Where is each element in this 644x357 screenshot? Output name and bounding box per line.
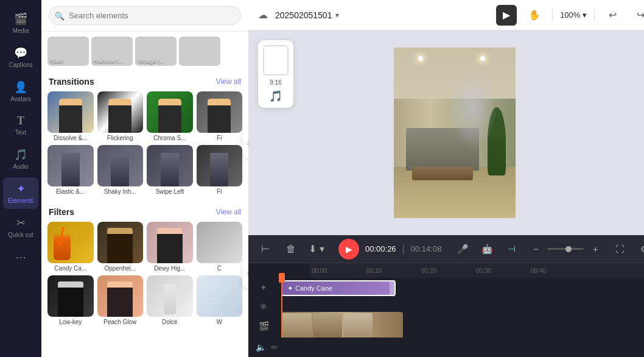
play-button[interactable]: ▶ bbox=[338, 239, 359, 260]
transition-fl[interactable]: Fl bbox=[197, 145, 243, 195]
aspect-ratio-label: 9:16 bbox=[270, 79, 281, 86]
playhead[interactable] bbox=[281, 278, 282, 338]
transition-chroma[interactable]: Chroma S... bbox=[147, 91, 193, 141]
mic-btn[interactable]: 🎤 bbox=[453, 240, 472, 258]
filter-w[interactable]: W bbox=[197, 275, 243, 325]
thumb-extra[interactable] bbox=[179, 37, 220, 66]
settings-btn[interactable]: ⚙ bbox=[635, 240, 644, 258]
text-icon: T bbox=[17, 115, 24, 127]
filter-peach-glow[interactable]: Peach Glow bbox=[97, 275, 144, 325]
timeline-body: ✦ ❄ 🎬 00:00 00:10 00:20 00:30 00:40 bbox=[248, 263, 644, 338]
search-input[interactable] bbox=[49, 6, 241, 25]
elements-panel: 🔍 Flash Rainbow f... Vintage f... Transi… bbox=[41, 0, 248, 357]
clip-candy-label: Candy Cane bbox=[295, 285, 332, 292]
export-btn[interactable]: ⬇ ▾ bbox=[307, 239, 326, 259]
avatars-icon: 👤 bbox=[14, 80, 27, 94]
zoom-level-btn[interactable]: 100% ▾ bbox=[560, 10, 587, 19]
edit-icon[interactable]: ✏ bbox=[271, 342, 278, 352]
track-icons: ✦ ❄ 🎬 bbox=[248, 263, 279, 338]
filter-dewy[interactable]: Dewy Hig... bbox=[147, 222, 193, 272]
project-name: 202502051501 bbox=[275, 10, 332, 20]
zoom-out-btn[interactable]: − bbox=[527, 240, 545, 258]
clip-candy-cane[interactable]: ✦ Candy Cane bbox=[281, 280, 396, 296]
transition-elastic[interactable]: Elastic &... bbox=[47, 145, 94, 195]
redo-btn[interactable]: ↪ bbox=[630, 5, 644, 26]
thumb-flash[interactable]: Flash bbox=[47, 37, 89, 66]
time-divider: | bbox=[402, 244, 405, 255]
filter-dewy-label: Dewy Hig... bbox=[147, 265, 193, 272]
transitions-grid: Dissolve &... Flickering Chroma S... Fi bbox=[41, 91, 248, 195]
main-area: ☁ 202502051501 ▾ ▶ ✋ 100% ▾ ↩ ↪ 9:16 🎵 bbox=[248, 0, 644, 357]
filter-candy-cane[interactable]: Candy Ca... bbox=[47, 222, 94, 272]
transition-dissolve-label: Dissolve &... bbox=[47, 135, 94, 141]
zoom-dropdown-icon: ▾ bbox=[583, 10, 587, 19]
filters-title: Filters bbox=[49, 207, 74, 217]
transition-fl-label: Fl bbox=[197, 188, 243, 195]
thumb-flash-label: Flash bbox=[50, 58, 63, 64]
sidebar-item-audio[interactable]: 🎵 Audio bbox=[3, 143, 38, 175]
zoom-thumb bbox=[565, 246, 572, 252]
track-icon-video: 🎬 bbox=[248, 317, 279, 335]
tracks-content: 00:00 00:10 00:20 00:30 00:40 ✦ bbox=[279, 263, 644, 338]
sidebar-item-media[interactable]: 🎬 Media bbox=[3, 7, 38, 39]
thumb-rainbow[interactable]: Rainbow f... bbox=[91, 37, 133, 66]
transition-flickering[interactable]: Flickering bbox=[97, 91, 144, 141]
transition-dissolve[interactable]: Dissolve &... bbox=[47, 91, 94, 141]
clip-end-handle[interactable] bbox=[390, 281, 394, 295]
zoom-value: 100% bbox=[560, 10, 580, 19]
timeline-toolbar: ⊢ 🗑 ⬇ ▾ ▶ 00:00:26 | 00:14:08 🎤 🤖 ⊣ − + … bbox=[248, 235, 644, 263]
transition-swipe[interactable]: Swipe Left bbox=[147, 145, 193, 195]
transition-swipe-label: Swipe Left bbox=[147, 188, 193, 195]
filter-oppenheimer[interactable]: Oppenhei... bbox=[97, 222, 144, 272]
filter-c[interactable]: C bbox=[197, 222, 243, 272]
sidebar-item-captions[interactable]: 💬 Captions bbox=[3, 41, 38, 73]
elements-icon: ✦ bbox=[16, 182, 26, 196]
filters-view-all[interactable]: View all bbox=[216, 208, 241, 216]
filter-lowkey[interactable]: Low-key bbox=[47, 275, 94, 325]
split2-btn[interactable]: ⊣ bbox=[502, 240, 520, 258]
title-dropdown-icon[interactable]: ▾ bbox=[335, 11, 339, 19]
sidebar-item-elements[interactable]: ✦ Elements bbox=[3, 177, 38, 209]
quickcut-icon: ✂ bbox=[16, 216, 26, 230]
zoom-track[interactable] bbox=[547, 248, 584, 250]
delete-btn[interactable]: 🗑 bbox=[281, 239, 301, 259]
audio-icon: 🎵 bbox=[14, 148, 27, 161]
transitions-view-all[interactable]: View all bbox=[216, 77, 241, 86]
sidebar-item-quickcut-label: Quick cut bbox=[8, 232, 33, 238]
sidebar-item-text[interactable]: T Text bbox=[3, 110, 38, 141]
zoom-in-btn[interactable]: + bbox=[586, 240, 604, 258]
filter-dolce[interactable]: Dolce bbox=[147, 275, 193, 325]
volume-icon[interactable]: 🔈 bbox=[256, 342, 266, 352]
filters-next-btn[interactable]: › bbox=[242, 258, 248, 289]
hand-tool-btn[interactable]: ✋ bbox=[524, 5, 545, 26]
timeline-ruler: 00:00 00:10 00:20 00:30 00:40 bbox=[309, 263, 644, 278]
sidebar-item-audio-label: Audio bbox=[13, 163, 29, 170]
canvas-area: 9:16 🎵 bbox=[248, 30, 644, 235]
ruler-mark-30: 00:30 bbox=[476, 267, 531, 274]
topbar-divider bbox=[552, 9, 553, 21]
filter-oppenheimer-label: Oppenhei... bbox=[97, 265, 144, 272]
sidebar-item-avatars[interactable]: 👤 Avatars bbox=[3, 76, 38, 107]
ai-btn[interactable]: 🤖 bbox=[478, 240, 496, 258]
tracks-rows: ✦ Candy Cane ❄ Snowburst bbox=[279, 278, 644, 338]
playhead-handle bbox=[279, 273, 285, 283]
undo-btn[interactable]: ↩ bbox=[602, 5, 623, 26]
sidebar-item-quickcut[interactable]: ✂ Quick cut bbox=[3, 211, 38, 243]
video-clip[interactable] bbox=[281, 312, 403, 338]
clip-candy-icon: ✦ bbox=[287, 285, 293, 292]
cursor-tool-btn[interactable]: ▶ bbox=[496, 5, 517, 26]
split-btn[interactable]: ⊢ bbox=[256, 239, 275, 259]
total-time: 00:14:08 bbox=[411, 244, 442, 253]
captions-icon: 💬 bbox=[14, 46, 27, 60]
cloud-icon: ☁ bbox=[258, 9, 268, 21]
sidebar-item-captions-label: Captions bbox=[9, 62, 32, 68]
fullscreen-btn[interactable]: ⛶ bbox=[611, 240, 629, 258]
ruler-mark-20: 00:20 bbox=[421, 267, 476, 274]
project-title: 202502051501 ▾ bbox=[275, 10, 339, 20]
thumb-strip: Flash Rainbow f... Vintage f... bbox=[41, 32, 248, 71]
transitions-next-btn[interactable]: › bbox=[242, 128, 248, 158]
transition-fi[interactable]: Fi bbox=[197, 91, 243, 141]
thumb-vintage[interactable]: Vintage f... bbox=[135, 37, 177, 66]
sidebar-item-more[interactable]: ⋯ bbox=[3, 246, 38, 269]
transition-shaky[interactable]: Shaky Inh... bbox=[97, 145, 144, 195]
